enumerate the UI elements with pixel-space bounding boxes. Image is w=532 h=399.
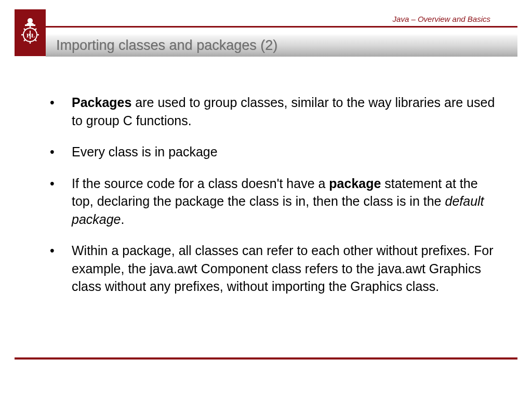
torch-gear-icon: P Ł xyxy=(19,17,42,48)
text: . xyxy=(121,212,125,227)
text: Within a package, all classes can refer … xyxy=(72,243,494,294)
slide-title: Importing classes and packages (2) xyxy=(56,37,277,54)
slide-body: Packages are used to group classes, simi… xyxy=(47,94,501,309)
footer-divider xyxy=(15,357,517,360)
svg-rect-2 xyxy=(30,26,31,29)
slide-title-bar: Importing classes and packages (2) Impor… xyxy=(46,34,517,57)
bold-text: Packages xyxy=(72,95,131,110)
svg-rect-5 xyxy=(36,34,39,35)
svg-rect-0 xyxy=(25,24,35,26)
university-logo: P Ł xyxy=(15,9,46,56)
header-divider xyxy=(15,26,517,28)
bullet-list: Packages are used to group classes, simi… xyxy=(47,94,501,296)
list-item: Packages are used to group classes, simi… xyxy=(47,94,501,129)
list-item: If the source code for a class doesn't h… xyxy=(47,175,501,229)
svg-text:P: P xyxy=(26,32,30,38)
course-label: Java – Overview and Basics xyxy=(393,15,490,23)
list-item: Within a package, all classes can refer … xyxy=(47,242,501,296)
list-item: Every class is in package xyxy=(47,143,501,161)
svg-text:Ł: Ł xyxy=(31,32,35,38)
svg-rect-4 xyxy=(21,34,24,35)
text: are used to group classes, similar to th… xyxy=(72,95,495,128)
bold-text: package xyxy=(329,176,381,191)
text: Every class is in package xyxy=(72,144,218,159)
svg-rect-12 xyxy=(30,31,31,39)
svg-rect-3 xyxy=(30,41,31,44)
text: If the source code for a class doesn't h… xyxy=(72,176,329,191)
